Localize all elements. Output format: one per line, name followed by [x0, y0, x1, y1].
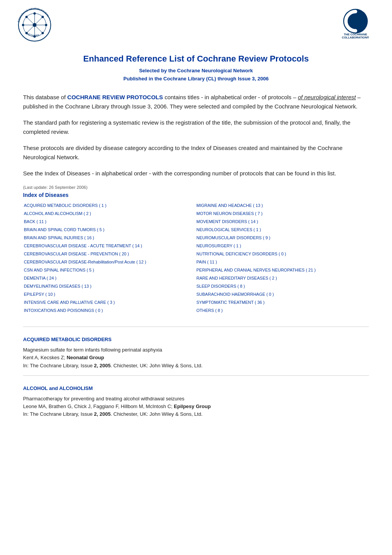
section-title-alcohol-and-alcoholism: ALCOHOL and ALCOHOLISM — [23, 385, 369, 391]
index-left-item[interactable]: BRAIN AND SPINAL CORD TUMORS ( 5 ) — [24, 226, 196, 233]
svg-text:COLLABORATION®: COLLABORATION® — [342, 36, 369, 38]
index-left-item[interactable]: BACK ( 11 ) — [24, 218, 196, 225]
index-right-item[interactable]: PAIN ( 11 ) — [196, 258, 368, 266]
svg-point-11 — [42, 16, 44, 18]
main-content: Enhanced Reference List of Cochrane Revi… — [0, 46, 392, 435]
index-left-item[interactable]: DEMYELINATING DISEASES ( 13 ) — [24, 283, 196, 290]
index-left-item[interactable]: CEREBROVASCULAR DISEASE - ACUTE TREATMEN… — [24, 242, 196, 250]
page-header: COCHRANE NEUROLOGICAL NETWORK THE COCHRA… — [0, 0, 392, 46]
index-left-item[interactable]: INTENSIVE CARE AND PALLIATIVE CARE ( 3 ) — [24, 299, 196, 306]
index-right-item[interactable]: MOTOR NEURON DISEASES ( 7 ) — [196, 210, 368, 217]
section-divider — [23, 327, 369, 327]
entry-in-line: In: The Cochrane Library, Issue 2, 2005.… — [23, 410, 369, 418]
intro-paragraph-3: These protocols are divided by disease c… — [23, 143, 369, 162]
svg-point-13 — [42, 32, 44, 34]
index-left-item[interactable]: CEREBROVASCULAR DISEASE - PREVENTION ( 2… — [24, 250, 196, 258]
svg-point-6 — [33, 12, 36, 15]
index-right-item[interactable]: SUBARACHNOID HAEMORRHAGE ( 0 ) — [196, 291, 368, 298]
index-right-item[interactable]: PERIPHERAL AND CRANIAL NERVES NEUROPATHI… — [196, 267, 368, 274]
index-left-item[interactable]: DEMENTIA ( 24 ) — [24, 275, 196, 282]
index-row: BRAIN AND SPINAL CORD TUMORS ( 5 )NEUROL… — [24, 226, 368, 233]
left-logo: COCHRANE NEUROLOGICAL NETWORK — [15, 8, 54, 42]
index-row: INTENSIVE CARE AND PALLIATIVE CARE ( 3 )… — [24, 299, 368, 306]
index-left-item[interactable]: CSN AND SPINAL INFECTIONS ( 5 ) — [24, 267, 196, 274]
index-row: CSN AND SPINAL INFECTIONS ( 5 )PERIPHERA… — [24, 267, 368, 274]
index-row: ALCOHOL AND ALCOHOLISM ( 2 )MOTOR NEURON… — [24, 210, 368, 217]
intro-paragraph-4: See the Index of Diseases - in alphabeti… — [23, 169, 369, 178]
index-right-item[interactable]: SYMPTOMATIC TREATMENT ( 36 ) — [196, 299, 368, 306]
intro-paragraph-1: This database of COCHRANE REVIEW PROTOCO… — [23, 93, 369, 111]
index-title: Index of Diseases — [23, 192, 369, 198]
index-row: INTOXICATIONS AND POISONINGS ( 0 )OTHERS… — [24, 307, 368, 314]
index-left-item[interactable]: ACQUIRED METABOLIC DISORDERS ( 1 ) — [24, 202, 196, 209]
index-right-item[interactable]: SLEEP DISORDERS ( 8 ) — [196, 283, 368, 290]
index-right-item[interactable]: MIGRAINE AND HEADACHE ( 13 ) — [196, 202, 368, 209]
section-divider — [23, 375, 369, 376]
index-right-item[interactable]: NUTRITIONAL DEFICIENCY DISORDERS ( 0 ) — [196, 250, 368, 258]
index-row: BACK ( 11 )MOVEMENT DISORDERS ( 14 ) — [24, 218, 368, 225]
section-entry-1-0: Pharmacotherapy for preventing and treat… — [23, 395, 369, 418]
svg-point-8 — [22, 24, 24, 26]
index-row: CEREBROVASCULAR DISEASE - PREVENTION ( 2… — [24, 250, 368, 258]
entry-authors: Kent A, Kecskes Z; Neonatal Group — [23, 354, 369, 362]
index-left-item[interactable]: BRAIN AND SPINAL INJURIES ( 16 ) — [24, 234, 196, 242]
subtitle: Selected by the Cochrane Neurological Ne… — [23, 67, 369, 83]
section-alcohol-and-alcoholism: ALCOHOL and ALCOHOLISMPharmacotherapy fo… — [23, 385, 369, 418]
index-right-item[interactable]: MOVEMENT DISORDERS ( 14 ) — [196, 218, 368, 225]
right-logo: THE COCHRANE COLLABORATION® — [334, 8, 377, 42]
index-right-item[interactable]: NEUROLOGICAL SERVICES ( 1 ) — [196, 226, 368, 233]
svg-text:COCHRANE NEUROLOGICAL: COCHRANE NEUROLOGICAL — [17, 8, 50, 23]
page-title: Enhanced Reference List of Cochrane Revi… — [23, 54, 369, 64]
intro-paragraph-2: The standard path for registering a syst… — [23, 118, 369, 137]
svg-point-14 — [33, 23, 37, 27]
entry-title: Pharmacotherapy for preventing and treat… — [23, 395, 369, 403]
index-row: DEMYELINATING DISEASES ( 13 )SLEEP DISOR… — [24, 283, 368, 290]
index-right-item[interactable]: RARE AND HEREDITARY DISEASES ( 2 ) — [196, 275, 368, 282]
section-title-acquired-metabolic-disorders: ACQUIRED METABOLIC DISORDERS — [23, 337, 369, 342]
index-row: ACQUIRED METABOLIC DISORDERS ( 1 )MIGRAI… — [24, 202, 368, 209]
index-right-item[interactable]: NEUROSURGERY ( 1 ) — [196, 242, 368, 250]
svg-point-9 — [45, 24, 47, 26]
index-left-item[interactable]: EPILEPSY ( 10 ) — [24, 291, 196, 298]
entry-title: Magnesium sulfate for term infants follo… — [23, 346, 369, 354]
index-row: BRAIN AND SPINAL INJURIES ( 16 )NEUROMUS… — [24, 234, 368, 242]
index-left-item[interactable]: CEREBROVASCULAR DISEASE-Rehabilitation/P… — [24, 258, 196, 266]
entry-authors: Leone MA, Brathen G, Chick J, Faggiano F… — [23, 403, 369, 410]
entry-in-line: In: The Cochrane Library, Issue 2, 2005.… — [23, 362, 369, 370]
svg-text:NETWORK: NETWORK — [26, 32, 40, 37]
index-row: EPILEPSY ( 10 )SUBARACHNOID HAEMORRHAGE … — [24, 291, 368, 298]
index-right-item[interactable]: NEUROMUSCULAR DISORDERS ( 9 ) — [196, 234, 368, 242]
last-update: (Last update: 26 September 2006) — [23, 185, 369, 190]
index-left-item[interactable]: INTOXICATIONS AND POISONINGS ( 0 ) — [24, 307, 196, 314]
index-right-item[interactable]: OTHERS ( 8 ) — [196, 307, 368, 314]
index-row: CEREBROVASCULAR DISEASE-Rehabilitation/P… — [24, 258, 368, 266]
index-table: ACQUIRED METABOLIC DISORDERS ( 1 )MIGRAI… — [23, 201, 369, 315]
index-row: CEREBROVASCULAR DISEASE - ACUTE TREATMEN… — [24, 242, 368, 250]
index-left-item[interactable]: ALCOHOL AND ALCOHOLISM ( 2 ) — [24, 210, 196, 217]
section-acquired-metabolic-disorders: ACQUIRED METABOLIC DISORDERSMagnesium su… — [23, 337, 369, 369]
svg-point-10 — [25, 16, 28, 18]
section-entry-0-0: Magnesium sulfate for term infants follo… — [23, 346, 369, 369]
index-row: DEMENTIA ( 24 )RARE AND HEREDITARY DISEA… — [24, 275, 368, 282]
